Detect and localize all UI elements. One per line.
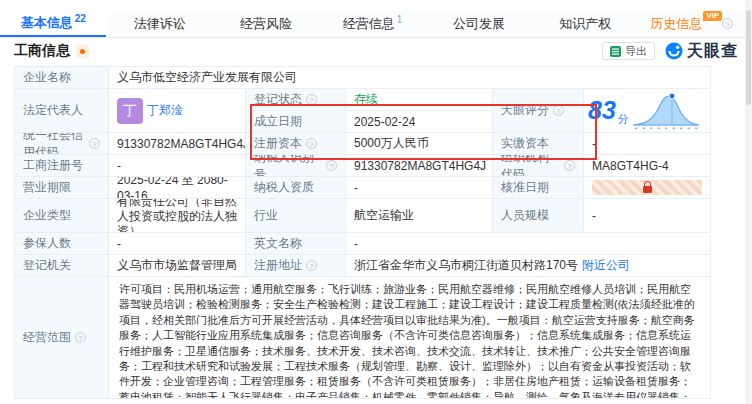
taxpayer-id-value: 91330782MA8GT4HG4J: [346, 155, 493, 177]
table-row: 企业名称 义乌市低空经济产业发展有限公司: [15, 67, 711, 89]
reg-capital-label: 注册资本: [246, 133, 346, 155]
legal-rep-label: 法定代表人: [15, 89, 109, 133]
reg-number-value: -: [109, 155, 246, 177]
reg-address-value: 浙江省金华市义乌市稠江街道贝村路170号 附近公司: [346, 255, 711, 277]
tab-intellectual-property[interactable]: 知识产权: [532, 10, 638, 37]
reg-authority-value: 义乌市市场监督管理局: [109, 255, 246, 277]
section-header: 工商信息 导出 天眼查: [14, 40, 738, 62]
score-unit: 分: [618, 112, 629, 127]
reg-address-label: 注册地址: [246, 255, 346, 277]
reg-authority-label: 登记机关: [15, 255, 109, 277]
table-subrow: 成立日期 2025-02-24: [246, 111, 493, 133]
hot-icon: [76, 45, 89, 58]
tyc-score-label: 天眼评分: [493, 89, 584, 133]
table-row: 经营范围 许可项目：民用机场运营；通用航空服务；飞行训练；旅游业务；民用航空器维…: [15, 277, 711, 399]
paid-capital-value: -: [584, 133, 711, 155]
tab-label: 基本信息: [21, 14, 73, 32]
table-subrow: 登记状态 存续: [246, 89, 493, 111]
reg-status-label: 登记状态: [246, 89, 346, 111]
info-icon[interactable]: [75, 332, 86, 343]
company-name-value: 义乌市低空经济产业发展有限公司: [109, 67, 711, 89]
tab-count-badge: 22: [75, 13, 86, 24]
nearby-companies-link[interactable]: 附近公司: [582, 257, 630, 274]
tab-company-development[interactable]: 公司发展: [426, 10, 532, 37]
reg-capital-value: 5000万人民币: [346, 133, 493, 155]
info-icon[interactable]: [553, 105, 564, 116]
info-icon[interactable]: [306, 94, 317, 105]
info-icon[interactable]: [306, 138, 317, 149]
approval-date-value: [584, 177, 711, 199]
industry-label: 行业: [246, 199, 346, 233]
tab-basic-info[interactable]: 基本信息 22: [0, 10, 106, 37]
english-name-value: -: [346, 233, 711, 255]
taxpayer-quality-label: 纳税人资质: [246, 177, 346, 199]
establish-date-value: 2025-02-24: [346, 111, 493, 133]
section-title: 工商信息: [14, 42, 70, 60]
taxpayer-id-label: 纳税人识别号: [246, 155, 346, 177]
business-scope-value: 许可项目：民用机场运营；通用航空服务；飞行训练；旅游业务；民用航空器维修；民用航…: [109, 277, 711, 399]
reg-number-label: 工商注册号: [15, 155, 109, 177]
tab-label: 经营信息: [343, 15, 395, 33]
approval-date-label: 核准日期: [493, 177, 584, 199]
industry-value: 航空运输业: [346, 199, 493, 233]
table-row: 登记机关 义乌市市场监督管理局 注册地址 浙江省金华市义乌市稠江街道贝村路170…: [15, 255, 711, 277]
tab-label: 公司发展: [453, 15, 505, 33]
logo-text: 天眼查: [687, 41, 738, 62]
scrollbar-thumb[interactable]: [746, 10, 751, 105]
tab-count-badge: 1: [397, 14, 403, 25]
info-icon[interactable]: [89, 138, 100, 149]
tianyancha-logo-icon: [665, 42, 683, 60]
company-profile-page: 基本信息 22 法律诉讼 经营风险 经营信息 1 公司发展 知识产权 历史信息 …: [0, 0, 752, 404]
company-type-label: 企业类型: [15, 199, 109, 233]
export-label: 导出: [625, 44, 647, 59]
info-icon[interactable]: [306, 260, 317, 271]
legal-rep-value: 丁 丁郑淦: [109, 89, 246, 133]
tab-operation-info[interactable]: 经营信息 1: [319, 10, 425, 37]
business-scope-label: 经营范围: [15, 277, 109, 399]
tab-bar: 基本信息 22 法律诉讼 经营风险 经营信息 1 公司发展 知识产权 历史信息 …: [0, 10, 745, 38]
business-info-table: 企业名称 义乌市低空经济产业发展有限公司 法定代表人 丁 丁郑淦 登记状态 存续: [14, 66, 711, 399]
tab-legal-proceedings[interactable]: 法律诉讼: [106, 10, 212, 37]
insured-count-value: -: [109, 233, 246, 255]
scrollbar[interactable]: [745, 0, 752, 404]
table-row: 工商注册号 - 纳税人识别号 91330782MA8GT4HG4J 组织机构代码…: [15, 155, 711, 177]
tianyancha-logo: 天眼查: [665, 41, 738, 62]
info-icon[interactable]: [722, 18, 733, 29]
lock-icon: [643, 186, 652, 193]
table-row: 企业类型 有限责任公司（非自然人投资或控股的法人独资） 行业 航空运输业 人员规…: [15, 199, 711, 233]
tab-label: 历史信息: [650, 15, 702, 33]
table-row: 法定代表人 丁 丁郑淦 登记状态 存续 成立日期 2025-02-24: [15, 89, 711, 133]
legal-rep-link[interactable]: 丁郑淦: [147, 102, 183, 119]
business-term-value: 2025-02-24 至 2080-03-16: [109, 177, 246, 199]
credit-code-value: 91330782MA8GT4HG4J: [109, 133, 246, 155]
tab-history-info[interactable]: 历史信息 VIP: [639, 10, 745, 37]
tyc-score-value[interactable]: 83 分: [584, 89, 711, 133]
info-icon[interactable]: [326, 160, 337, 171]
vip-badge: VIP: [703, 11, 722, 21]
english-name-label: 英文名称: [246, 233, 346, 255]
credit-code-label: 统一社会信用代码: [15, 133, 109, 155]
export-button[interactable]: 导出: [602, 42, 655, 60]
table-row: 参保人数 - 英文名称 -: [15, 233, 711, 255]
table-row: 营业期限 2025-02-24 至 2080-03-16 纳税人资质 - 核准日…: [15, 177, 711, 199]
info-icon[interactable]: [564, 160, 575, 171]
locked-value[interactable]: [592, 180, 702, 195]
business-term-label: 营业期限: [15, 177, 109, 199]
tab-operation-risk[interactable]: 经营风险: [213, 10, 319, 37]
company-type-value: 有限责任公司（非自然人投资或控股的法人独资）: [109, 199, 246, 233]
insured-count-label: 参保人数: [15, 233, 109, 255]
company-name-label: 企业名称: [15, 67, 109, 89]
org-code-label: 组织机构代码: [493, 155, 584, 177]
tab-label: 经营风险: [240, 15, 292, 33]
table-row: 统一社会信用代码 91330782MA8GT4HG4J 注册资本 5000万人民…: [15, 133, 711, 155]
staff-size-label: 人员规模: [493, 199, 584, 233]
score-number: 83: [588, 98, 616, 123]
establish-date-label: 成立日期: [246, 111, 346, 133]
score-curve-chart: [631, 91, 701, 131]
paid-capital-label: 实缴资本: [493, 133, 584, 155]
avatar[interactable]: 丁: [117, 98, 143, 124]
tab-label: 法律诉讼: [134, 15, 186, 33]
staff-size-value: -: [584, 199, 711, 233]
tab-label: 知识产权: [559, 15, 611, 33]
taxpayer-quality-value: -: [346, 177, 493, 199]
